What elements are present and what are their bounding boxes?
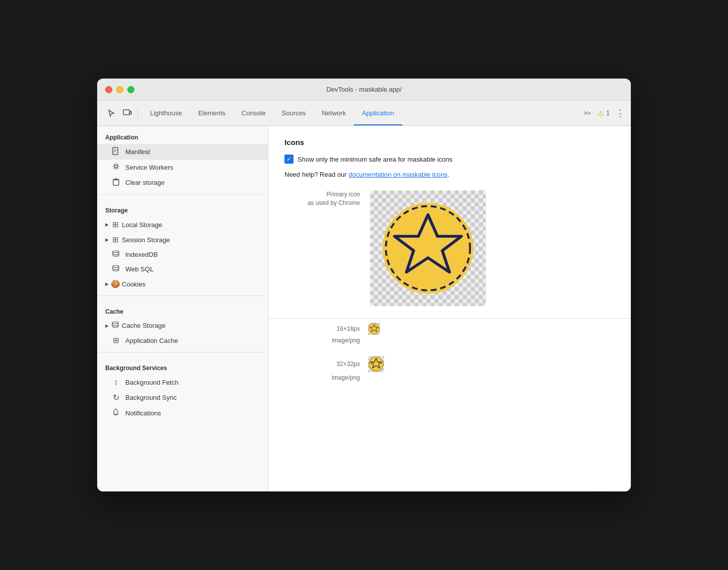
tab-network[interactable]: Network bbox=[314, 101, 354, 125]
docs-link[interactable]: documentation on maskable icons bbox=[348, 171, 448, 178]
tab-bar: Lighthouse Elements Console Sources Netw… bbox=[97, 101, 631, 126]
icon16-preview bbox=[368, 323, 380, 335]
sidebar: Application Manifest Service bbox=[97, 126, 268, 491]
cookie-icon: 🍪 bbox=[111, 279, 120, 289]
devtools-window: DevTools - maskable.app/ Lighthouse Elem… bbox=[97, 79, 631, 491]
maximize-button[interactable] bbox=[127, 86, 134, 93]
help-text: Need help? Read our documentation on mas… bbox=[284, 171, 615, 178]
db-icon-indexed bbox=[111, 250, 120, 259]
arrow-right-icon-4: ▶ bbox=[105, 323, 109, 328]
sidebar-section-storage: Storage bbox=[97, 199, 268, 217]
divider-1 bbox=[97, 194, 268, 195]
grid-icon-session: ⊞ bbox=[111, 235, 120, 244]
svg-rect-2 bbox=[113, 148, 118, 155]
separator-1 bbox=[268, 318, 631, 319]
icon32-block: 32×32px image/png bbox=[284, 356, 615, 389]
tab-extras: >> ⚠ 1 ⋮ bbox=[580, 106, 627, 121]
icon16-size-label: 16×16px bbox=[284, 325, 360, 332]
arrow-right-icon: ▶ bbox=[105, 222, 109, 227]
db-icon-cache bbox=[111, 321, 120, 330]
svg-point-7 bbox=[112, 322, 118, 324]
trash-icon bbox=[111, 178, 120, 187]
icons-heading: Icons bbox=[284, 138, 615, 147]
arrow-right-icon-3: ▶ bbox=[105, 281, 109, 287]
tab-bar-icons bbox=[101, 107, 138, 119]
warning-icon: ⚠ bbox=[598, 109, 604, 117]
icon32-type-label: image/png bbox=[284, 374, 360, 381]
gear-icon bbox=[111, 163, 120, 172]
svg-point-5 bbox=[113, 251, 119, 253]
sidebar-item-indexeddb[interactable]: IndexedDB bbox=[97, 247, 268, 262]
tab-elements[interactable]: Elements bbox=[190, 101, 234, 125]
icon16-row: 16×16px bbox=[284, 323, 615, 335]
sidebar-item-service-workers[interactable]: Service Workers bbox=[97, 160, 268, 175]
svg-rect-1 bbox=[130, 111, 131, 114]
checkbox-row: ✓ Show only the minimum safe area for ma… bbox=[284, 155, 615, 164]
tab-sources[interactable]: Sources bbox=[274, 101, 314, 125]
tab-console[interactable]: Console bbox=[234, 101, 274, 125]
arrows-icon: ↕ bbox=[111, 378, 120, 387]
icon16-block: 16×16px image/png bbox=[284, 323, 615, 352]
sidebar-item-manifest[interactable]: Manifest bbox=[97, 144, 268, 160]
cursor-icon[interactable] bbox=[105, 107, 117, 119]
sidebar-item-bg-fetch[interactable]: ↕ Background Fetch bbox=[97, 375, 268, 390]
tab-lighthouse[interactable]: Lighthouse bbox=[142, 101, 190, 125]
device-icon[interactable] bbox=[121, 107, 133, 119]
sidebar-item-notifications[interactable]: Notifications bbox=[97, 405, 268, 421]
svg-rect-0 bbox=[123, 110, 129, 115]
sidebar-item-cache-storage[interactable]: ▶ Cache Storage bbox=[97, 318, 268, 333]
check-mark: ✓ bbox=[286, 156, 292, 162]
checkbox-label[interactable]: Show only the minimum safe area for mask… bbox=[298, 156, 453, 163]
icon32-size-label: 32×32px bbox=[284, 361, 360, 368]
svg-point-3 bbox=[114, 165, 117, 168]
icon16-type-row: image/png bbox=[284, 337, 615, 352]
window-title: DevTools - maskable.app/ bbox=[326, 86, 402, 93]
manifest-icon bbox=[111, 147, 120, 157]
traffic-lights bbox=[105, 86, 134, 93]
grid-icon-local: ⊞ bbox=[111, 220, 120, 229]
sidebar-item-session-storage[interactable]: ▶ ⊞ Session Storage bbox=[97, 232, 268, 247]
icon32-type-row: image/png bbox=[284, 374, 615, 389]
primary-icon-label: Primary icon as used by Chrome bbox=[284, 190, 360, 207]
svg-rect-4 bbox=[113, 180, 119, 185]
minimize-button[interactable] bbox=[116, 86, 123, 93]
sidebar-item-web-sql[interactable]: Web SQL bbox=[97, 262, 268, 276]
icon32-preview bbox=[368, 356, 384, 372]
primary-icon-preview bbox=[370, 190, 486, 306]
sidebar-item-clear-storage[interactable]: Clear storage bbox=[97, 175, 268, 190]
sidebar-item-local-storage[interactable]: ▶ ⊞ Local Storage bbox=[97, 217, 268, 232]
sidebar-section-bg-services: Background Services bbox=[97, 357, 268, 375]
more-tabs-button[interactable]: >> bbox=[580, 108, 594, 119]
divider-2 bbox=[97, 296, 268, 296]
sidebar-section-application: Application bbox=[97, 126, 268, 144]
svg-point-6 bbox=[113, 265, 119, 267]
sync-icon: ↻ bbox=[111, 393, 120, 402]
tab-application[interactable]: Application bbox=[354, 101, 402, 125]
title-bar: DevTools - maskable.app/ bbox=[97, 79, 631, 101]
warning-badge[interactable]: ⚠ 1 bbox=[598, 109, 610, 117]
sidebar-section-cache: Cache bbox=[97, 300, 268, 318]
sidebar-item-application-cache[interactable]: ⊞ Application Cache bbox=[97, 333, 268, 348]
primary-icon-section: Primary icon as used by Chrome bbox=[284, 190, 615, 306]
arrow-right-icon-2: ▶ bbox=[105, 237, 109, 242]
more-options-button[interactable]: ⋮ bbox=[614, 106, 627, 121]
maskable-checkbox[interactable]: ✓ bbox=[284, 155, 294, 164]
sidebar-item-cookies[interactable]: ▶ 🍪 Cookies bbox=[97, 276, 268, 292]
tabs-container: Lighthouse Elements Console Sources Netw… bbox=[142, 101, 402, 125]
sidebar-item-bg-sync[interactable]: ↻ Background Sync bbox=[97, 390, 268, 405]
icon32-row: 32×32px bbox=[284, 356, 615, 372]
db-icon-websql bbox=[111, 265, 120, 273]
grid-icon-appcache: ⊞ bbox=[111, 336, 120, 345]
icon16-type-label: image/png bbox=[284, 337, 360, 344]
close-button[interactable] bbox=[105, 86, 112, 93]
main-content: Application Manifest Service bbox=[97, 126, 631, 491]
divider-3 bbox=[97, 352, 268, 352]
right-panel: Icons ✓ Show only the minimum safe area … bbox=[268, 126, 631, 491]
bell-icon bbox=[111, 408, 120, 418]
